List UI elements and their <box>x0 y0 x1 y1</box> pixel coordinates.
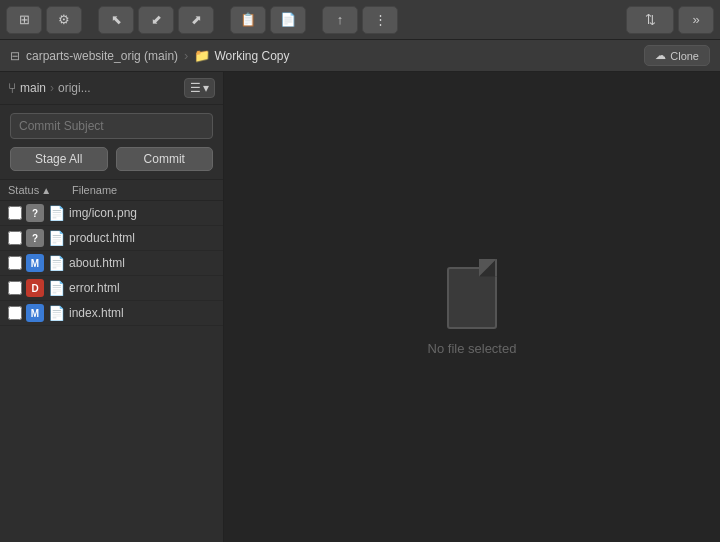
commit-button[interactable]: Commit <box>116 147 214 171</box>
status-badge: ? <box>26 229 44 247</box>
file-name: error.html <box>69 281 120 295</box>
file-type-icon: 📄 <box>48 255 65 271</box>
sort-icon: ⇅ <box>645 12 656 27</box>
cloud-icon: ☁ <box>655 49 666 62</box>
file-checkbox[interactable] <box>8 231 22 245</box>
status-badge: ? <box>26 204 44 222</box>
stage-icon: 📋 <box>240 12 256 27</box>
fetch-button[interactable]: ⬉ <box>98 6 134 34</box>
status-badge: M <box>26 304 44 322</box>
breadcrumb-separator: › <box>184 48 188 63</box>
main-layout: ⑂ main › origi... ☰ ▾ Stage All Commit S… <box>0 72 720 542</box>
branch-name[interactable]: main <box>20 81 46 95</box>
file-name: about.html <box>69 256 125 270</box>
table-row[interactable]: ? 📄 product.html <box>0 226 223 251</box>
table-row[interactable]: M 📄 about.html <box>0 251 223 276</box>
status-column-header[interactable]: Status ▲ <box>8 184 68 196</box>
file-checkbox[interactable] <box>8 281 22 295</box>
more-icon: ⋮ <box>374 12 387 27</box>
settings-button[interactable]: ⊞ <box>6 6 42 34</box>
status-badge: M <box>26 254 44 272</box>
clone-button[interactable]: ☁ Clone <box>644 45 710 66</box>
commit-subject-input[interactable] <box>10 113 213 139</box>
no-file-label: No file selected <box>428 341 517 356</box>
sort-button[interactable]: ⇅ <box>626 6 674 34</box>
stage-button[interactable]: 📋 <box>230 6 266 34</box>
tools-button[interactable]: ⚙ <box>46 6 82 34</box>
branch-menu-button[interactable]: ☰ ▾ <box>184 78 215 98</box>
branch-bar: ⑂ main › origi... ☰ ▾ <box>0 72 223 105</box>
table-row[interactable]: D 📄 error.html <box>0 276 223 301</box>
toolbar-commit-group: ↑ ⋮ <box>322 6 398 34</box>
overflow-button[interactable]: » <box>678 6 714 34</box>
file-rows-container: ? 📄 img/icon.png ? 📄 product.html M 📄 ab… <box>0 201 223 326</box>
filename-column-header: Filename <box>72 184 117 196</box>
right-panel: No file selected <box>224 72 720 542</box>
breadcrumb-bar: ⊟ carparts-website_orig (main) › 📁 Worki… <box>0 40 720 72</box>
commit-buttons: Stage All Commit <box>10 147 213 171</box>
commit-action-button[interactable]: ↑ <box>322 6 358 34</box>
commit-area: Stage All Commit <box>0 105 223 180</box>
branch-origin: origi... <box>58 81 91 95</box>
unstage-icon: 📄 <box>280 12 296 27</box>
overflow-icon: » <box>692 12 699 27</box>
tools-icon: ⚙ <box>58 12 70 27</box>
pull-icon: ⬋ <box>151 12 162 27</box>
table-row[interactable]: ? 📄 img/icon.png <box>0 201 223 226</box>
settings-icon: ⊞ <box>19 12 30 27</box>
push-button[interactable]: ⬈ <box>178 6 214 34</box>
stage-all-button[interactable]: Stage All <box>10 147 108 171</box>
file-name: index.html <box>69 306 124 320</box>
file-name: img/icon.png <box>69 206 137 220</box>
file-type-icon: 📄 <box>48 230 65 246</box>
toolbar-right-group: ⇅ » <box>626 6 714 34</box>
toolbar-vcs-group: ⬉ ⬋ ⬈ <box>98 6 214 34</box>
file-type-icon: 📄 <box>48 305 65 321</box>
file-checkbox[interactable] <box>8 306 22 320</box>
commit-action-icon: ↑ <box>337 12 344 27</box>
branch-menu-icon: ☰ <box>190 81 201 95</box>
table-row[interactable]: M 📄 index.html <box>0 301 223 326</box>
file-type-icon: 📄 <box>48 205 65 221</box>
branch-dropdown-icon: ▾ <box>203 81 209 95</box>
status-badge: D <box>26 279 44 297</box>
file-checkbox[interactable] <box>8 256 22 270</box>
push-icon: ⬈ <box>191 12 202 27</box>
more-button[interactable]: ⋮ <box>362 6 398 34</box>
toolbar-stage-group: 📋 📄 <box>230 6 306 34</box>
toolbar-left-group: ⊞ ⚙ <box>6 6 82 34</box>
file-name: product.html <box>69 231 135 245</box>
branch-icon: ⑂ <box>8 80 16 96</box>
file-table: Status ▲ Filename ? 📄 img/icon.png ? 📄 p… <box>0 180 223 542</box>
file-checkbox[interactable] <box>8 206 22 220</box>
file-table-header: Status ▲ Filename <box>0 180 223 201</box>
left-panel: ⑂ main › origi... ☰ ▾ Stage All Commit S… <box>0 72 224 542</box>
working-copy-breadcrumb[interactable]: 📁 Working Copy <box>194 48 289 63</box>
repo-icon: ⊟ <box>10 49 20 63</box>
sort-arrow-icon: ▲ <box>41 185 51 196</box>
repo-breadcrumb[interactable]: carparts-website_orig (main) <box>26 49 178 63</box>
file-placeholder-icon <box>442 259 502 329</box>
no-file-selected-state: No file selected <box>428 259 517 356</box>
file-type-icon: 📄 <box>48 280 65 296</box>
fetch-icon: ⬉ <box>111 12 122 27</box>
toolbar: ⊞ ⚙ ⬉ ⬋ ⬈ 📋 📄 ↑ ⋮ <box>0 0 720 40</box>
branch-separator: › <box>50 81 54 95</box>
unstage-button[interactable]: 📄 <box>270 6 306 34</box>
folder-icon: 📁 <box>194 48 210 63</box>
pull-button[interactable]: ⬋ <box>138 6 174 34</box>
